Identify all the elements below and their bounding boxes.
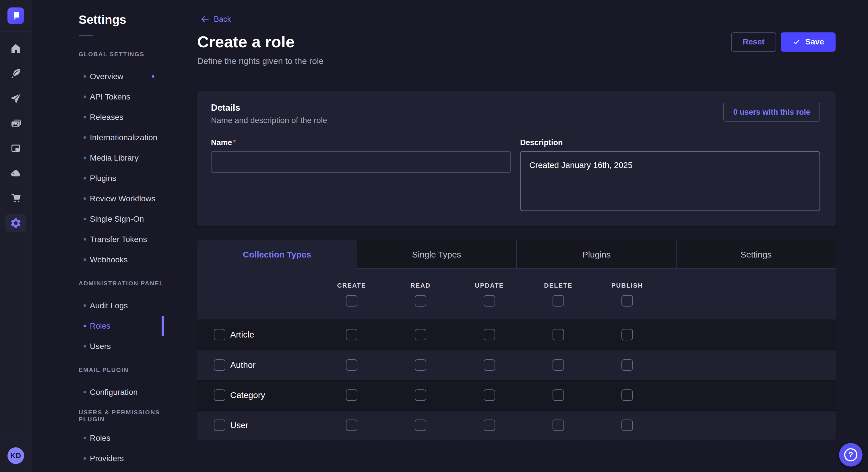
column-delete: DELETE	[524, 282, 593, 307]
article-create-checkbox[interactable]	[346, 329, 358, 340]
category-update-checkbox[interactable]	[484, 390, 495, 401]
author-create-checkbox[interactable]	[346, 359, 358, 371]
permissions-table: CREATE READ UPDATE DELETE	[197, 269, 836, 440]
column-publish: PUBLISH	[593, 282, 662, 307]
article-read-checkbox[interactable]	[415, 329, 426, 340]
description-textarea[interactable]: Created January 16th, 2025	[520, 151, 820, 211]
user-publish-checkbox[interactable]	[621, 419, 633, 431]
article-publish-checkbox[interactable]	[621, 329, 633, 340]
paper-plane-icon[interactable]	[0, 86, 32, 111]
select-all-publish-checkbox[interactable]	[621, 295, 633, 307]
gear-icon[interactable]	[0, 210, 32, 235]
category-publish-checkbox[interactable]	[621, 390, 633, 401]
row-select-checkbox[interactable]	[214, 359, 225, 371]
tab-single-types[interactable]: Single Types	[357, 240, 516, 269]
check-icon	[792, 38, 801, 46]
row-select-checkbox[interactable]	[214, 390, 225, 401]
section-list-administration-panel: Audit Logs Roles Users	[32, 295, 165, 357]
sidebar-item-roles-up[interactable]: Roles	[32, 428, 165, 448]
sidebar-item-transfer-tokens[interactable]: Transfer Tokens	[32, 229, 165, 249]
page-header: Create a role Reset Save	[197, 32, 836, 52]
name-label: Name*	[211, 138, 511, 147]
details-card-header: Details Name and description of the role…	[211, 103, 820, 125]
row-select-checkbox[interactable]	[214, 329, 225, 340]
section-header-users-permissions-plugin: USERS & PERMISSIONS PLUGIN	[79, 409, 165, 422]
select-all-create-checkbox[interactable]	[346, 295, 358, 307]
bullet-icon	[84, 197, 86, 200]
users-with-role-button[interactable]: 0 users with this role	[723, 103, 820, 122]
category-delete-checkbox[interactable]	[553, 390, 564, 401]
sidebar-item-configuration[interactable]: Configuration	[32, 382, 165, 402]
name-input[interactable]	[211, 151, 511, 173]
author-delete-checkbox[interactable]	[553, 359, 564, 371]
sidebar-item-plugins[interactable]: Plugins	[32, 168, 165, 189]
bullet-icon	[84, 217, 86, 220]
cloud-icon[interactable]	[0, 161, 32, 186]
details-title: Details	[211, 103, 327, 113]
section-header-email-plugin: EMAIL PLUGIN	[79, 364, 165, 376]
author-publish-checkbox[interactable]	[621, 359, 633, 371]
article-delete-checkbox[interactable]	[553, 329, 564, 340]
sidebar-item-users[interactable]: Users	[32, 336, 165, 357]
user-update-checkbox[interactable]	[484, 419, 495, 431]
name-field-group: Name*	[211, 138, 511, 211]
sidebar-item-audit-logs[interactable]: Audit Logs	[32, 295, 165, 316]
bullet-icon	[84, 157, 86, 159]
media-images-icon[interactable]	[0, 111, 32, 136]
header-actions: Reset Save	[731, 32, 836, 52]
active-item-indicator	[162, 316, 164, 336]
home-icon[interactable]	[0, 36, 32, 61]
section-list-global-settings: Overview API Tokens Releases Internation…	[32, 66, 165, 270]
main-nav-rail: KD	[0, 0, 32, 472]
sidebar-item-single-sign-on[interactable]: Single Sign-On	[32, 209, 165, 229]
tab-plugins[interactable]: Plugins	[516, 240, 676, 269]
author-read-checkbox[interactable]	[415, 359, 426, 371]
column-read: READ	[386, 282, 455, 307]
sidebar-item-media-library[interactable]: Media Library	[32, 148, 165, 168]
strapi-settings-create-role-screen: KD Settings GLOBAL SETTINGS Overview API…	[0, 0, 868, 472]
select-all-update-checkbox[interactable]	[484, 295, 495, 307]
tab-collection-types[interactable]: Collection Types	[197, 240, 357, 269]
back-link[interactable]: Back	[200, 14, 231, 24]
strapi-logo[interactable]	[7, 7, 24, 24]
sidebar-item-roles-admin[interactable]: Roles	[32, 316, 165, 336]
category-read-checkbox[interactable]	[415, 390, 426, 401]
reset-button[interactable]: Reset	[731, 32, 776, 52]
permissions-table-header: CREATE READ UPDATE DELETE	[197, 269, 836, 319]
sidebar-item-providers[interactable]: Providers	[32, 448, 165, 469]
details-card: Details Name and description of the role…	[197, 91, 836, 226]
bullet-icon	[84, 75, 86, 78]
cart-icon[interactable]	[0, 186, 32, 210]
bullet-icon	[84, 177, 86, 179]
sidebar-item-review-workflows[interactable]: Review Workflows	[32, 189, 165, 209]
bullet-icon	[84, 238, 86, 241]
bullet-icon	[84, 457, 86, 460]
row-select-checkbox[interactable]	[214, 419, 225, 431]
sidebar-item-internationalization[interactable]: Internationalization	[32, 127, 165, 148]
back-arrow-icon	[200, 14, 210, 24]
permissions-panel: Collection Types Single Types Plugins Se…	[197, 240, 836, 440]
main-content: Back Create a role Reset Save Define the…	[166, 0, 868, 472]
bullet-icon	[84, 96, 86, 98]
section-header-administration-panel: ADMINISTRATION PANEL	[79, 277, 165, 290]
save-button[interactable]: Save	[781, 32, 836, 52]
sidebar-item-releases[interactable]: Releases	[32, 107, 165, 127]
user-avatar[interactable]: KD	[7, 447, 24, 464]
select-all-delete-checkbox[interactable]	[553, 295, 564, 307]
author-update-checkbox[interactable]	[484, 359, 495, 371]
tab-settings[interactable]: Settings	[676, 240, 836, 269]
user-delete-checkbox[interactable]	[553, 419, 564, 431]
user-create-checkbox[interactable]	[346, 419, 358, 431]
sidebar-item-overview[interactable]: Overview	[32, 66, 165, 87]
help-button[interactable]: ?	[839, 443, 863, 467]
user-read-checkbox[interactable]	[415, 419, 426, 431]
category-create-checkbox[interactable]	[346, 390, 358, 401]
article-update-checkbox[interactable]	[484, 329, 495, 340]
sidebar-item-webhooks[interactable]: Webhooks	[32, 249, 165, 270]
bullet-icon	[84, 391, 86, 394]
sidebar-item-api-tokens[interactable]: API Tokens	[32, 87, 165, 107]
feather-icon[interactable]	[0, 61, 32, 86]
layout-icon[interactable]	[0, 136, 32, 161]
settings-subnav: Settings GLOBAL SETTINGS Overview API To…	[32, 0, 165, 472]
select-all-read-checkbox[interactable]	[415, 295, 426, 307]
